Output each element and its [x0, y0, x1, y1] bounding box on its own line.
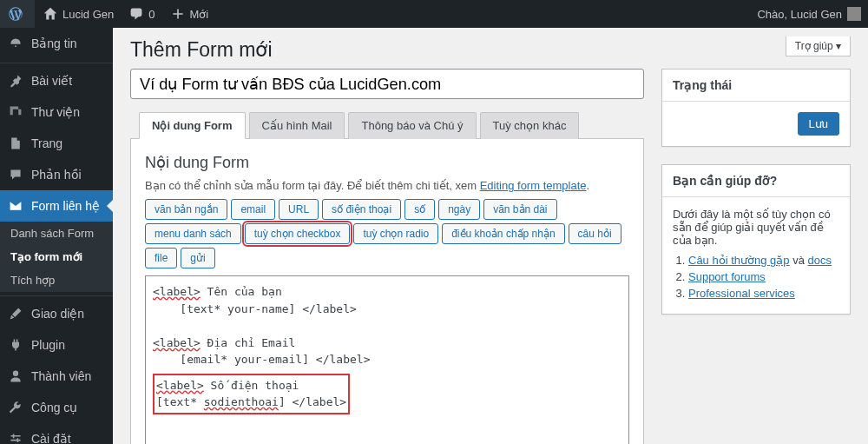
page-icon	[7, 135, 24, 152]
form-title-input[interactable]	[130, 69, 644, 99]
tag-file[interactable]: file	[145, 248, 177, 268]
menu-plugins[interactable]: Plugin	[0, 329, 113, 361]
tab-messages[interactable]: Thông báo và Chú ý	[348, 112, 476, 139]
panel-heading: Nội dung Form	[145, 153, 629, 172]
tag-number[interactable]: số	[404, 199, 435, 220]
menu-dashboard[interactable]: Bảng tin	[0, 28, 113, 59]
menu-settings[interactable]: Cài đặt	[0, 423, 113, 444]
tab-form[interactable]: Nội dung Form	[139, 112, 246, 139]
tag-date[interactable]: ngày	[438, 199, 480, 220]
user-icon	[7, 368, 24, 385]
submenu-list[interactable]: Danh sách Form	[0, 222, 113, 245]
help-item-support: Support forums	[688, 270, 839, 283]
status-title: Trạng thái	[662, 70, 850, 102]
tab-additional[interactable]: Tuỳ chọn khác	[480, 112, 580, 139]
tag-tel[interactable]: số điện thoại	[322, 199, 401, 220]
page-title: Thêm Form mới	[130, 28, 851, 69]
brush-icon	[7, 305, 24, 322]
help-lead: Dưới đây là một số tùy chọn có sẵn để gi…	[673, 208, 839, 247]
help-item-faq: Câu hỏi thường gặp và docs	[688, 254, 839, 267]
submenu-new[interactable]: Tạo form mới	[0, 245, 113, 268]
tag-submit[interactable]: gửi	[181, 248, 214, 268]
dashboard-icon	[7, 35, 24, 52]
tag-checkbox[interactable]: tuỳ chọn checkbox	[245, 223, 351, 244]
media-icon	[7, 103, 24, 121]
pro-link[interactable]: Professional services	[688, 287, 795, 300]
highlighted-code: <label> Số điện thoại [text* sodienthoai…	[153, 374, 350, 414]
tag-url[interactable]: URL	[279, 199, 319, 220]
support-link[interactable]: Support forums	[688, 270, 766, 283]
sliders-icon	[7, 430, 24, 444]
tab-mail[interactable]: Cấu hình Mail	[249, 112, 345, 139]
form-code-editor[interactable]: <label> Tên của bạn [text* your-name] </…	[145, 275, 629, 444]
home-icon	[42, 5, 59, 23]
tag-text[interactable]: văn bản ngắn	[145, 199, 227, 220]
plus-icon	[169, 5, 187, 23]
wp-logo[interactable]	[0, 0, 35, 28]
save-button[interactable]: Lưu	[798, 112, 839, 136]
docs-link[interactable]: docs	[808, 254, 832, 267]
form-panel: Nội dung Form Bạn có thể chỉnh sửa mẫu f…	[130, 139, 644, 444]
tag-email[interactable]: email	[231, 199, 275, 220]
menu-posts[interactable]: Bài viết	[0, 63, 113, 96]
tag-radio[interactable]: tuỳ chọn radio	[353, 223, 438, 244]
side-column: Trạng thái Lưu Bạn cần giúp đỡ? Dưới đây…	[661, 69, 851, 444]
my-account[interactable]: Chào, Lucid Gen	[750, 0, 868, 28]
status-box: Trạng thái Lưu	[661, 69, 851, 147]
menu-contact[interactable]: Form liên hệ	[0, 190, 113, 222]
menu-pages[interactable]: Trang	[0, 128, 113, 159]
greeting: Chào, Lucid Gen	[757, 8, 842, 21]
template-link[interactable]: Editing form template	[480, 179, 587, 192]
wrench-icon	[7, 399, 24, 416]
help-title: Bạn cần giúp đỡ?	[662, 165, 850, 197]
help-item-pro: Professional services	[688, 287, 839, 300]
plugin-icon	[7, 336, 24, 354]
content-area: Trợ giúp ▾ Thêm Form mới Nội dung Form C…	[113, 28, 868, 444]
menu-feedback[interactable]: Phản hồi	[0, 159, 113, 190]
tag-acceptance[interactable]: điều khoản chấp nhận	[442, 223, 564, 244]
mail-icon	[7, 197, 24, 215]
wordpress-icon	[7, 5, 24, 23]
comments[interactable]: 0	[121, 0, 161, 28]
menu-tools[interactable]: Công cụ	[0, 392, 113, 423]
site-name[interactable]: Lucid Gen	[35, 0, 121, 28]
tag-quiz[interactable]: câu hỏi	[569, 223, 621, 244]
admin-bar: Lucid Gen 0 Mới Chào, Lucid Gen	[0, 0, 868, 28]
help-tab[interactable]: Trợ giúp ▾	[786, 36, 851, 56]
feedback-icon	[7, 166, 24, 183]
faq-link[interactable]: Câu hỏi thường gặp	[688, 254, 790, 267]
new-label: Mới	[190, 8, 209, 21]
comments-count: 0	[148, 8, 155, 21]
new-content[interactable]: Mới	[162, 0, 216, 28]
admin-sidebar: Bảng tin Bài viết Thư viện Trang Phản hồ…	[0, 28, 113, 444]
menu-appearance[interactable]: Giao diện	[0, 295, 113, 329]
menu-users[interactable]: Thành viên	[0, 361, 113, 392]
tag-select[interactable]: menu danh sách	[145, 223, 241, 244]
site-name-text: Lucid Gen	[62, 8, 114, 21]
help-box: Bạn cần giúp đỡ? Dưới đây là một số tùy …	[661, 164, 851, 315]
tabs: Nội dung Form Cấu hình Mail Thông báo và…	[130, 111, 644, 139]
menu-media[interactable]: Thư viện	[0, 96, 113, 128]
main-column: Nội dung Form Cấu hình Mail Thông báo và…	[130, 69, 644, 444]
title-wrap	[130, 69, 644, 99]
comment-icon	[128, 5, 145, 23]
panel-desc: Bạn có thể chỉnh sửa mẫu form tại đây. Đ…	[145, 179, 629, 192]
avatar	[847, 7, 861, 21]
pin-icon	[7, 72, 24, 89]
submenu-contact: Danh sách Form Tạo form mới Tích hợp	[0, 222, 113, 292]
tag-textarea[interactable]: văn bản dài	[483, 199, 556, 220]
submenu-integration[interactable]: Tích hợp	[0, 268, 113, 292]
tag-buttons: văn bản ngắn email URL số điện thoại số …	[145, 199, 629, 268]
